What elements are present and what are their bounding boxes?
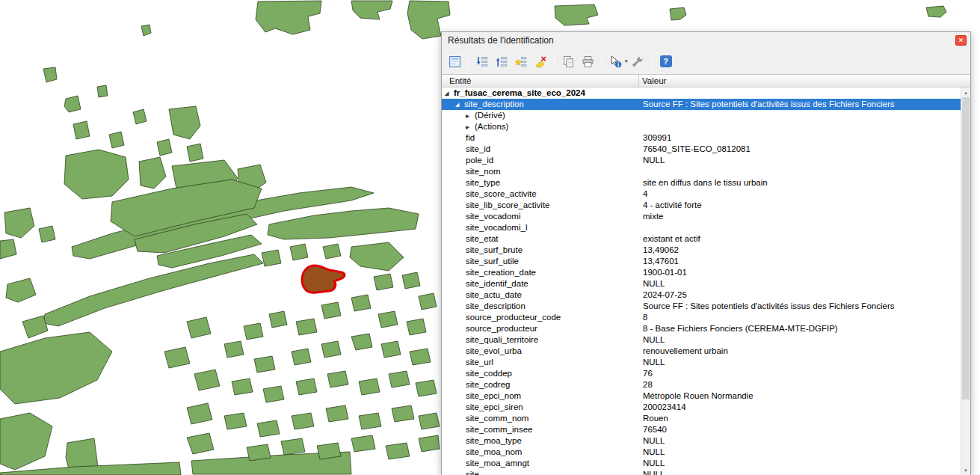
- table-row[interactable]: site_id 76540_SITE-ECO_0812081: [442, 144, 961, 155]
- scroll-down-arrow[interactable]: ▼: [961, 465, 970, 475]
- field-name: site_creation_date: [466, 267, 536, 278]
- field-name: (Actions): [475, 121, 508, 132]
- scrollbar-thumb[interactable]: [962, 97, 970, 399]
- table-row[interactable]: source_producteur_code 8: [442, 312, 961, 323]
- vertical-scrollbar[interactable]: ▲ ▼: [961, 88, 970, 475]
- identify-mode-icon: [609, 55, 622, 68]
- field-name: (Dérivé): [475, 110, 505, 121]
- field-name: fid: [466, 132, 475, 144]
- toolbar: ▾ ?: [442, 49, 970, 74]
- field-name: site_: [466, 469, 484, 475]
- field-value: Source FF : Sites potentiels d'activités…: [639, 301, 961, 312]
- column-header-valeur[interactable]: Valeur: [639, 75, 970, 87]
- toolbar-separator: [468, 54, 469, 69]
- tree-expander-icon[interactable]: ▸: [466, 110, 475, 121]
- table-row[interactable]: source_producteur 8 - Base Fichiers Fonc…: [442, 323, 961, 334]
- table-row[interactable]: site_creation_date 1900-01-01: [442, 267, 961, 278]
- field-name: site_surf_utile: [466, 256, 519, 267]
- column-header-entite[interactable]: Entité: [442, 75, 639, 87]
- table-row[interactable]: site_etat existant et actif: [442, 233, 961, 245]
- table-row[interactable]: site_actu_date 2024-07-25: [442, 289, 961, 301]
- help-icon: ?: [660, 55, 672, 67]
- field-name: site_identif_date: [466, 278, 528, 289]
- table-row[interactable]: site_type site en diffus dans le tissu u…: [442, 177, 961, 189]
- copy-icon: [562, 55, 575, 68]
- close-button[interactable]: ✕: [955, 35, 967, 46]
- help-button[interactable]: ?: [657, 52, 675, 70]
- table-row[interactable]: site_coddep 76: [442, 368, 961, 379]
- table-row[interactable]: site_evol_urba renouvellement urbain: [442, 346, 961, 357]
- dropdown-arrow-icon[interactable]: ▾: [625, 58, 628, 64]
- field-value: [639, 110, 961, 121]
- copy-feature-button[interactable]: [559, 52, 577, 70]
- table-row[interactable]: site_moa_amngt NULL: [442, 458, 961, 469]
- table-row[interactable]: site_identif_date NULL: [442, 278, 961, 289]
- table-row[interactable]: fid 309991: [442, 132, 961, 144]
- open-form-button[interactable]: [446, 52, 463, 70]
- field-value: NULL: [639, 447, 961, 458]
- settings-button[interactable]: [629, 52, 647, 70]
- table-row[interactable]: site_surf_brute 13,49062: [442, 245, 961, 256]
- table-row[interactable]: site_moa_nom NULL: [442, 447, 961, 458]
- collapse-tree-button[interactable]: [493, 52, 511, 70]
- tree-expander-icon[interactable]: ◢: [455, 99, 464, 110]
- table-row[interactable]: ▸ (Actions): [442, 121, 961, 132]
- field-name: site_coddep: [466, 368, 512, 379]
- table-row[interactable]: site_nom: [442, 166, 961, 177]
- table-row[interactable]: site_epci_siren 200023414: [442, 402, 961, 413]
- field-value: [639, 121, 961, 132]
- identified-feature-highlight: [302, 266, 345, 292]
- table-row[interactable]: site_lib_score_activite 4 - activité for…: [442, 200, 961, 211]
- field-value: 4 - activité forte: [639, 200, 961, 211]
- table-row[interactable]: site_codreg 28: [442, 379, 961, 390]
- identify-mode-button[interactable]: [606, 52, 624, 70]
- field-name: site_comm_insee: [466, 424, 532, 435]
- table-row[interactable]: pole_id NULL: [442, 155, 961, 166]
- field-value: renouvellement urbain: [639, 346, 961, 357]
- clear-results-button[interactable]: [531, 52, 549, 70]
- tree-expander-icon[interactable]: ▸: [466, 121, 475, 132]
- table-row[interactable]: site_vocadomi mixte: [442, 211, 961, 222]
- table-row[interactable]: ◢ site_description Source FF : Sites pot…: [442, 99, 961, 110]
- expand-tree-button[interactable]: [473, 52, 491, 70]
- table-row[interactable]: site_comm_nom Rouen: [442, 413, 961, 424]
- table-row[interactable]: site_surf_utile 13,47601: [442, 256, 961, 267]
- table-row[interactable]: site_epci_nom Métropole Rouen Normandie: [442, 390, 961, 402]
- expand-new-results-button[interactable]: [512, 52, 530, 70]
- window-titlebar[interactable]: Résultats de l'identification ✕: [442, 32, 970, 49]
- table-row[interactable]: site_moa_type NULL: [442, 435, 961, 447]
- field-name: site_moa_type: [466, 435, 522, 447]
- table-row[interactable]: site_url NULL: [442, 357, 961, 368]
- field-value: site en diffus dans le tissu urbain: [639, 177, 961, 189]
- field-name: source_producteur: [466, 323, 537, 334]
- field-value: 76: [639, 368, 961, 379]
- field-name: fr_fusac_cerema_site_eco_2024: [454, 88, 585, 99]
- field-name: source_producteur_code: [466, 312, 561, 323]
- field-name: site_epci_nom: [466, 390, 521, 402]
- field-name: site_actu_date: [466, 289, 522, 301]
- table-row[interactable]: site_score_activite 4: [442, 189, 961, 200]
- field-value: existant et actif: [639, 233, 961, 245]
- field-value: Rouen: [639, 413, 961, 424]
- table-row[interactable]: ◢ fr_fusac_cerema_site_eco_2024: [442, 88, 961, 99]
- field-value: [639, 222, 961, 233]
- table-row[interactable]: site_ NULL: [442, 469, 961, 475]
- print-button[interactable]: [579, 52, 597, 70]
- tree-expander-icon[interactable]: ◢: [445, 88, 454, 99]
- table-row[interactable]: site_quali_territoire NULL: [442, 334, 961, 346]
- field-name: site_description: [464, 99, 524, 110]
- table-row[interactable]: site_vocadomi_l: [442, 222, 961, 233]
- field-value: 8 - Base Fichiers Fonciers (CEREMA-MTE-D…: [639, 323, 961, 334]
- table-row[interactable]: site_comm_insee 76540: [442, 424, 961, 435]
- field-value: 76540_SITE-ECO_0812081: [639, 144, 961, 155]
- table-row[interactable]: ▸ (Dérivé): [442, 110, 961, 121]
- table-row[interactable]: site_description Source FF : Sites poten…: [442, 301, 961, 312]
- field-value: NULL: [639, 357, 961, 368]
- field-value: 2024-07-25: [639, 289, 961, 301]
- field-value: 13,47601: [639, 256, 961, 267]
- field-value: NULL: [639, 334, 961, 346]
- scroll-up-arrow[interactable]: ▲: [961, 88, 970, 97]
- field-name: site_etat: [466, 233, 498, 245]
- field-value: NULL: [639, 458, 961, 469]
- field-value: [639, 88, 961, 99]
